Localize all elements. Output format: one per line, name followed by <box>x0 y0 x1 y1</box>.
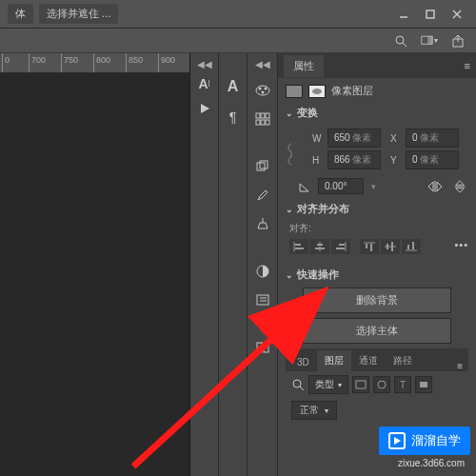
align-right-icon[interactable] <box>331 239 350 254</box>
window-minimize-button[interactable] <box>392 6 415 23</box>
search-icon[interactable] <box>392 32 409 50</box>
x-input[interactable]: 0 像素 <box>406 129 459 148</box>
header-left-label: 体 <box>8 4 33 24</box>
svg-point-49 <box>293 380 301 387</box>
filter-adjust-icon[interactable] <box>373 376 390 393</box>
play-icon[interactable] <box>194 98 215 119</box>
paragraph-icon[interactable]: ¶ <box>223 107 244 128</box>
play-logo-icon <box>388 432 406 449</box>
filter-type-icon[interactable]: T <box>394 376 411 393</box>
panel-menu-icon[interactable]: ≡ <box>465 60 470 71</box>
svg-rect-41 <box>366 244 367 248</box>
type-tool-icon[interactable]: A <box>223 76 244 97</box>
layers-panel-menu-icon[interactable]: ≡ <box>457 361 468 371</box>
transform-section-header[interactable]: ⌄ 变换 <box>286 106 468 120</box>
brush-icon[interactable] <box>251 184 274 207</box>
workspace-icon[interactable]: ▾ <box>421 32 438 50</box>
history-icon[interactable] <box>251 155 274 178</box>
character-panel-icon[interactable]: A| <box>194 73 215 94</box>
svg-rect-35 <box>317 244 323 246</box>
blend-mode-dropdown[interactable]: 正常▾ <box>291 401 337 420</box>
more-options-icon[interactable]: ••• <box>454 239 468 254</box>
horizontal-ruler: 0 700 750 800 850 900 950 <box>0 53 189 72</box>
layer-search-icon[interactable] <box>291 378 305 391</box>
svg-rect-18 <box>256 120 260 125</box>
tab-properties[interactable]: 属性 <box>284 55 324 77</box>
styles-icon[interactable] <box>251 288 274 311</box>
watermark-brand: 溜溜自学 <box>411 432 461 449</box>
link-wh-icon[interactable] <box>286 126 297 172</box>
align-bottom-icon[interactable] <box>402 239 421 254</box>
svg-rect-36 <box>315 248 325 249</box>
svg-rect-27 <box>257 343 262 352</box>
select-and-mask-button[interactable]: 选择并遮住 ... <box>39 4 118 24</box>
tab-paths[interactable]: 路径 <box>386 350 420 371</box>
ruler-tick: 850 <box>126 53 143 72</box>
expand-panel-icon[interactable]: ◀◀ <box>255 59 270 69</box>
svg-rect-39 <box>336 248 345 249</box>
remove-background-button[interactable]: 删除背景 <box>303 288 451 313</box>
align-section-header[interactable]: ⌄ 对齐并分布 <box>286 202 468 216</box>
tab-3d[interactable]: 3D <box>289 353 317 371</box>
tab-layers[interactable]: 图层 <box>317 350 351 371</box>
angle-input[interactable]: 0.00° <box>318 178 364 194</box>
svg-point-13 <box>264 88 267 90</box>
swatches-icon[interactable] <box>251 79 274 102</box>
align-top-icon[interactable] <box>360 239 379 254</box>
width-input[interactable]: 650 像素 <box>327 129 381 148</box>
svg-marker-56 <box>394 437 401 445</box>
share-icon[interactable] <box>449 32 466 50</box>
align-hcenter-icon[interactable] <box>310 239 329 254</box>
svg-rect-42 <box>370 244 372 251</box>
window-close-button[interactable] <box>446 6 468 23</box>
svg-point-52 <box>378 381 386 388</box>
y-input[interactable]: 0 像素 <box>406 150 459 169</box>
ruler-tick: 800 <box>93 53 110 72</box>
canvas-area[interactable]: 0 700 750 800 850 900 950 <box>0 53 190 476</box>
ruler-tick: 0 <box>2 53 10 72</box>
expand-palette-icon[interactable]: ◀◀ <box>197 59 212 69</box>
layer-thumb-icon <box>286 85 303 98</box>
svg-rect-24 <box>257 295 268 305</box>
select-subject-button[interactable]: 选择主体 <box>303 318 451 344</box>
svg-rect-32 <box>295 244 301 246</box>
adjustments-icon[interactable] <box>251 260 274 283</box>
svg-rect-53 <box>420 382 427 387</box>
svg-line-50 <box>300 387 304 390</box>
info-icon[interactable] <box>251 336 274 359</box>
svg-rect-51 <box>356 381 366 388</box>
layer-type-label: 像素图层 <box>331 84 373 98</box>
quick-actions-header[interactable]: ⌄ 快速操作 <box>286 268 468 282</box>
svg-rect-7 <box>427 36 432 44</box>
layer-filter-type-dropdown[interactable]: 类型▾ <box>308 375 348 394</box>
align-left-icon[interactable] <box>289 239 308 254</box>
svg-point-4 <box>396 36 404 44</box>
height-input[interactable]: 866 像素 <box>327 150 381 169</box>
svg-rect-38 <box>339 244 345 246</box>
svg-rect-33 <box>295 248 304 249</box>
height-label: H <box>312 155 324 166</box>
angle-icon <box>299 181 310 192</box>
ruler-tick: 750 <box>61 53 78 72</box>
chevron-down-icon: ⌄ <box>286 109 293 118</box>
filter-shape-icon[interactable] <box>415 376 432 393</box>
canvas[interactable] <box>0 72 189 476</box>
svg-line-5 <box>403 43 407 47</box>
mask-thumb-icon <box>308 85 326 98</box>
width-label: W <box>312 133 324 144</box>
flip-horizontal-icon[interactable] <box>426 180 444 193</box>
ruler-tick: 700 <box>29 53 46 72</box>
flip-vertical-icon[interactable] <box>451 180 468 193</box>
svg-rect-48 <box>412 242 414 249</box>
libraries-icon[interactable] <box>251 108 274 130</box>
svg-rect-28 <box>264 343 268 352</box>
window-maximize-button[interactable] <box>419 6 442 23</box>
svg-marker-10 <box>201 104 209 113</box>
svg-rect-47 <box>407 245 409 249</box>
align-vcenter-icon[interactable] <box>381 239 400 254</box>
tab-channels[interactable]: 通道 <box>351 350 386 371</box>
clone-icon[interactable] <box>251 212 274 235</box>
svg-point-14 <box>261 91 264 94</box>
y-label: Y <box>390 155 402 166</box>
filter-pixel-icon[interactable] <box>352 376 369 393</box>
